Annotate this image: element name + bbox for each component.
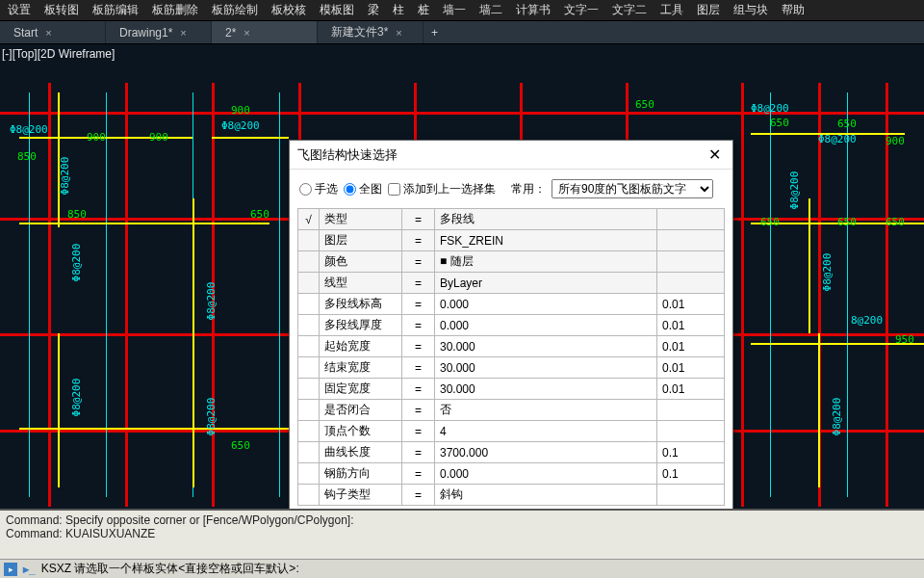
cad-annotation: Φ8@200 (70, 244, 83, 282)
cad-annotation: 900 (886, 135, 905, 147)
cad-annotation: Φ8@200 (788, 171, 801, 210)
prop-row-多段线厚度[interactable]: 多段线厚度=0.0000.01 (298, 315, 725, 336)
menu-文字一[interactable]: 文字一 (564, 2, 599, 18)
prop-row-类型[interactable]: √类型=多段线 (298, 209, 725, 230)
radio-all[interactable]: 全图 (344, 181, 382, 197)
cad-annotation: 650 (837, 118, 857, 130)
cad-annotation: 850 (67, 208, 87, 221)
prop-row-线型[interactable]: 线型=ByLayer (298, 273, 725, 294)
menu-墙二[interactable]: 墙二 (479, 2, 502, 18)
prop-row-结束宽度[interactable]: 结束宽度=30.0000.01 (298, 357, 725, 379)
cad-annotation: 850 (17, 150, 37, 163)
radio-manual[interactable]: 手选 (299, 181, 338, 197)
close-icon[interactable]: ✕ (705, 145, 725, 164)
cad-annotation: Φ8@200 (221, 119, 260, 132)
prop-row-顶点个数[interactable]: 顶点个数=4 (298, 421, 725, 442)
menu-文字二[interactable]: 文字二 (612, 2, 647, 18)
common-select[interactable]: 所有90度的飞图板筋文字 (552, 179, 713, 198)
prop-row-钢筋方向[interactable]: 钢筋方向=0.0000.1 (298, 463, 725, 485)
cad-annotation: 650 (635, 98, 654, 111)
menu-工具[interactable]: 工具 (660, 2, 683, 18)
cad-annotation: 950 (895, 333, 914, 346)
prop-row-颜色[interactable]: 颜色=■ 随层 (298, 251, 725, 273)
cad-annotation: 650 (886, 216, 905, 228)
cad-annotation: 8@200 (851, 314, 883, 327)
menu-梁[interactable]: 梁 (368, 2, 379, 18)
menu-板筋编辑[interactable]: 板筋编辑 (92, 2, 139, 18)
tab-close-icon[interactable]: × (244, 27, 249, 39)
prop-row-起始宽度[interactable]: 起始宽度=30.0000.01 (298, 336, 725, 357)
cad-annotation: Φ8@200 (59, 157, 71, 196)
tab-close-icon[interactable]: × (180, 27, 186, 39)
tab-新建文件3*[interactable]: 新建文件3*× (318, 21, 424, 43)
dialog-options-row: 手选 全图 添加到上一选择集 常用： 所有90度的飞图板筋文字 (290, 170, 732, 208)
menu-板转图[interactable]: 板转图 (44, 2, 79, 18)
cad-annotation: Φ8@200 (821, 253, 834, 292)
cad-annotation: 900 (149, 131, 168, 144)
menu-板校核[interactable]: 板校核 (271, 2, 306, 18)
tab-Drawing1*[interactable]: Drawing1*× (106, 21, 212, 43)
chevron-icon: ▸_ (23, 563, 36, 576)
menu-墙一[interactable]: 墙一 (443, 2, 466, 18)
menu-设置[interactable]: 设置 (8, 2, 31, 18)
tab-Start[interactable]: Start× (0, 21, 106, 43)
menu-组与块[interactable]: 组与块 (733, 2, 768, 18)
command-line-2: Command: KUAISUXUANZE (6, 527, 918, 540)
prop-row-多段线标高[interactable]: 多段线标高=0.0000.01 (298, 294, 725, 315)
cad-annotation: Φ8@200 (10, 123, 48, 136)
cad-annotation: Φ8@200 (205, 398, 218, 436)
cad-annotation: 650 (231, 439, 250, 452)
menu-桩[interactable]: 桩 (418, 2, 429, 18)
cad-annotation: Φ8@200 (831, 398, 843, 436)
cad-annotation: Φ8@200 (205, 282, 218, 321)
tab-2*[interactable]: 2*× (212, 21, 318, 43)
document-tabs: Start×Drawing1*×2*×新建文件3*×+ (0, 21, 924, 44)
menu-帮助[interactable]: 帮助 (782, 2, 805, 18)
property-table: √类型=多段线图层=FSK_ZREIN颜色=■ 随层线型=ByLayer多段线标… (297, 208, 725, 506)
menu-板筋绘制[interactable]: 板筋绘制 (212, 2, 258, 18)
command-history: Command: Specify opposite corner or [Fen… (0, 509, 924, 559)
menu-柱[interactable]: 柱 (393, 2, 404, 18)
cad-annotation: Φ8@200 (70, 379, 83, 417)
prop-row-是否闭合[interactable]: 是否闭合=否 (298, 400, 725, 421)
menu-bar: 设置板转图板筋编辑板筋删除板筋绘制板校核模板图梁柱桩墙一墙二计算书文字一文字二工… (0, 0, 924, 21)
cad-annotation: 650 (760, 216, 780, 228)
prop-row-曲线长度[interactable]: 曲线长度=3700.0000.1 (298, 442, 725, 463)
menu-计算书[interactable]: 计算书 (516, 2, 551, 18)
cad-annotation: 900 (231, 104, 250, 117)
common-label: 常用： (511, 181, 546, 197)
tab-close-icon[interactable]: × (45, 27, 51, 39)
dialog-titlebar[interactable]: 飞图结构快速选择 ✕ (290, 141, 732, 170)
cad-annotation: 650 (837, 216, 857, 228)
cad-annotation: 650 (770, 117, 789, 129)
command-prompt: KSXZ 请选取一个样板实体<直接空格或回车默认>: (41, 561, 299, 577)
dialog-title-text: 飞图结构快速选择 (297, 146, 398, 164)
prop-row-固定宽度[interactable]: 固定宽度=30.0000.01 (298, 379, 725, 400)
tab-close-icon[interactable]: × (396, 27, 401, 39)
prop-row-图层[interactable]: 图层=FSK_ZREIN (298, 230, 725, 251)
cad-annotation: Φ8@200 (818, 133, 857, 145)
check-append[interactable]: 添加到上一选择集 (388, 181, 496, 197)
menu-图层[interactable]: 图层 (697, 2, 720, 18)
command-line-1: Command: Specify opposite corner or [Fen… (6, 513, 918, 527)
cad-annotation: 900 (87, 131, 106, 144)
command-input-bar[interactable]: ▸ ▸_ KSXZ 请选取一个样板实体<直接空格或回车默认>: (0, 559, 924, 578)
view-label: [-][Top][2D Wireframe] (2, 47, 115, 61)
drawing-canvas[interactable]: [-][Top][2D Wireframe] Φ8@200850Φ8@20090… (0, 44, 924, 516)
menu-板筋删除[interactable]: 板筋删除 (152, 2, 198, 18)
menu-模板图[interactable]: 模板图 (320, 2, 354, 18)
cad-annotation: Φ8@200 (751, 102, 789, 115)
command-icon: ▸ (4, 563, 17, 576)
prop-row-钩子类型[interactable]: 钩子类型=斜钩 (298, 485, 725, 506)
tab-add-button[interactable]: + (424, 21, 446, 43)
cad-annotation: 650 (250, 208, 270, 221)
quick-select-dialog: 飞图结构快速选择 ✕ 手选 全图 添加到上一选择集 常用： 所有90度的飞图板筋… (289, 140, 733, 516)
